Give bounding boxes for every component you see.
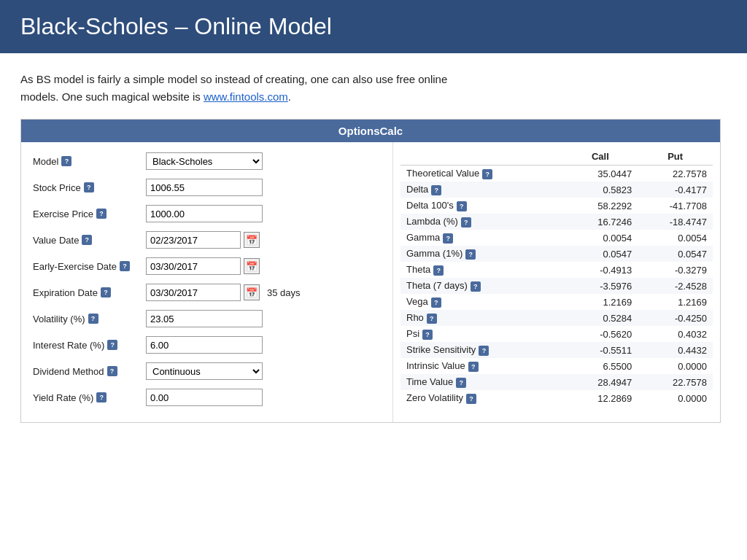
dividend-method-select[interactable]: Continuous (146, 362, 263, 380)
value-date-input[interactable] (146, 231, 241, 249)
result-label: Intrinsic Value? (400, 358, 563, 374)
result-call: 16.7246 (563, 214, 638, 230)
result-label: Lambda (%)? (400, 214, 563, 230)
exercise-price-row: Exercise Price ? (33, 203, 385, 224)
early-exercise-calendar-icon[interactable]: 📅 (244, 258, 260, 274)
result-help-icon[interactable]: ? (468, 362, 479, 372)
result-put: 0.0054 (638, 230, 713, 246)
result-label: Zero Volatility? (400, 390, 563, 406)
result-help-icon[interactable]: ? (479, 346, 489, 356)
result-help-icon[interactable]: ? (482, 169, 492, 179)
yield-rate-help-icon[interactable]: ? (96, 392, 107, 402)
calc-body: Model ? Black-Scholes Stock Price ? (21, 142, 720, 422)
exercise-price-input[interactable] (146, 205, 263, 222)
result-help-icon[interactable]: ? (422, 330, 433, 340)
yield-rate-label: Yield Rate (%) ? (33, 392, 146, 403)
result-help-icon[interactable]: ? (461, 217, 471, 228)
calc-title: OptionsCalc (338, 125, 403, 137)
result-call: 0.0054 (563, 230, 638, 246)
table-row: Psi?-0.56200.4032 (400, 326, 713, 342)
result-help-icon[interactable]: ? (466, 394, 476, 404)
fintools-link[interactable]: www.fintools.com (204, 90, 288, 103)
table-row: Delta 100's?58.2292-41.7708 (400, 198, 713, 214)
result-label: Vega? (400, 294, 563, 310)
volatility-input[interactable] (146, 310, 263, 327)
early-exercise-help-icon[interactable]: ? (120, 261, 130, 271)
result-call: 35.0447 (563, 166, 638, 182)
intro-text2: models. One such magical website is (20, 90, 204, 103)
page-header: Black-Scholes – Online Model (0, 0, 747, 53)
table-row: Gamma?0.00540.0054 (400, 230, 713, 246)
model-help-icon[interactable]: ? (61, 156, 71, 166)
result-label: Psi? (400, 326, 563, 342)
result-call: 58.2292 (563, 198, 638, 214)
exercise-price-help-icon[interactable]: ? (96, 209, 107, 219)
volatility-label: Volatility (%) ? (33, 314, 146, 324)
table-row: Zero Volatility?12.28690.0000 (400, 390, 713, 406)
dividend-method-help-icon[interactable]: ? (107, 366, 117, 376)
calc-header: OptionsCalc (21, 120, 720, 142)
result-label-text: Vega (406, 296, 428, 307)
result-put: 0.4432 (638, 342, 713, 358)
table-row: Intrinsic Value?6.55000.0000 (400, 358, 713, 374)
result-help-icon[interactable]: ? (457, 201, 467, 211)
result-call: 12.2869 (563, 390, 638, 406)
value-date-row: Value Date ? 📅 (33, 230, 385, 250)
col-label-header (400, 148, 563, 166)
model-label: Model ? (33, 156, 146, 167)
expiration-calendar-icon[interactable]: 📅 (244, 284, 260, 300)
result-help-icon[interactable]: ? (431, 185, 441, 195)
main-content: As BS model is fairly a simple model so … (0, 53, 747, 440)
model-select[interactable]: Black-Scholes (146, 152, 263, 170)
result-put: 0.0547 (638, 246, 713, 262)
result-call: -0.5511 (563, 342, 638, 358)
value-date-wrap: 📅 (146, 231, 260, 249)
table-row: Time Value?28.494722.7578 (400, 374, 713, 390)
result-put: -18.4747 (638, 214, 713, 230)
result-help-icon[interactable]: ? (456, 378, 466, 388)
table-row: Theta (7 days)?-3.5976-2.4528 (400, 278, 713, 294)
result-put: 0.0000 (638, 390, 713, 406)
expiration-help-icon[interactable]: ? (101, 287, 111, 298)
value-date-calendar-icon[interactable]: 📅 (244, 232, 260, 248)
result-help-icon[interactable]: ? (433, 265, 444, 276)
result-label: Delta 100's? (400, 198, 563, 214)
result-label-text: Intrinsic Value (406, 360, 465, 371)
table-row: Gamma (1%)?0.05470.0547 (400, 246, 713, 262)
result-label: Gamma (1%)? (400, 246, 563, 262)
dividend-method-label: Dividend Method ? (33, 366, 146, 377)
table-row: Strike Sensitivity?-0.55110.4432 (400, 342, 713, 358)
result-label: Theta (7 days)? (400, 278, 563, 294)
expiration-wrap: 📅 35 days (146, 284, 301, 301)
result-help-icon[interactable]: ? (431, 298, 441, 308)
result-help-icon[interactable]: ? (465, 249, 476, 260)
result-label: Rho? (400, 310, 563, 326)
interest-rate-input[interactable] (146, 336, 263, 354)
volatility-help-icon[interactable]: ? (88, 314, 98, 324)
result-put: 22.7578 (638, 166, 713, 182)
value-date-label: Value Date ? (33, 235, 146, 246)
stock-price-help-icon[interactable]: ? (84, 182, 94, 192)
result-call: 0.0547 (563, 246, 638, 262)
expiration-input[interactable] (146, 284, 241, 301)
yield-rate-input[interactable] (146, 389, 263, 406)
value-date-help-icon[interactable]: ? (82, 235, 92, 245)
result-put: 0.0000 (638, 358, 713, 374)
result-help-icon[interactable]: ? (427, 314, 437, 324)
results-header-row: Call Put (400, 148, 713, 166)
result-label-text: Zero Volatility (406, 392, 463, 403)
result-help-icon[interactable]: ? (443, 233, 453, 244)
expiration-label: Expiration Date ? (33, 287, 146, 298)
table-row: Theta?-0.4913-0.3279 (400, 262, 713, 278)
stock-price-input[interactable] (146, 179, 263, 196)
interest-rate-help-icon[interactable]: ? (107, 340, 117, 350)
result-call: 0.5284 (563, 310, 638, 326)
early-exercise-input[interactable] (146, 257, 241, 275)
result-label-text: Rho (406, 312, 424, 323)
result-label-text: Gamma (1%) (406, 248, 462, 259)
exercise-price-label: Exercise Price ? (33, 209, 146, 219)
result-help-icon[interactable]: ? (471, 281, 481, 292)
col-call-header: Call (563, 148, 638, 166)
result-label-text: Delta 100's (406, 200, 454, 211)
result-label: Delta? (400, 182, 563, 198)
